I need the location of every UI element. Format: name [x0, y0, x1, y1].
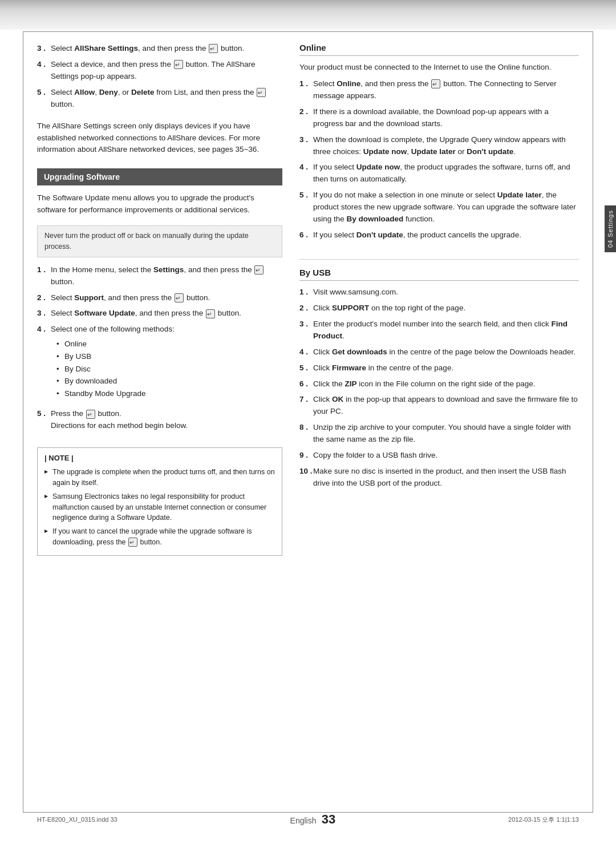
byusb-section-heading: By USB [299, 268, 579, 281]
top-decoration [0, 0, 616, 30]
note-item: Samsung Electronics takes no legal respo… [44, 491, 275, 523]
page-border-top [23, 31, 593, 32]
enter-button-icon [206, 309, 215, 318]
settings-side-tab: 04 Settings [605, 205, 616, 252]
list-item: 3 . Select Software Update, and then pre… [37, 308, 282, 320]
list-item: 1 . Visit www.samsung.com. [299, 286, 579, 298]
online-intro: Your product must be connected to the In… [299, 62, 579, 74]
enter-button-icon [128, 538, 137, 547]
list-item: 5 . Press the button. Directions for eac… [37, 408, 282, 432]
warning-box: Never turn the product off or back on ma… [37, 225, 282, 257]
page-number-area: English 33 [290, 812, 336, 827]
enter-button-icon [209, 44, 218, 53]
page-border-left [23, 31, 23, 813]
note-item: The upgrade is complete when the product… [44, 467, 275, 488]
list-item: 4 . Click Get downloads in the centre of… [299, 346, 579, 358]
list-item: 2 . If there is a download available, th… [299, 106, 579, 130]
page-footer: HT-E8200_XU_0315.indd 33 English 33 2012… [37, 812, 579, 827]
list-item: 1 . In the Home menu, select the Setting… [37, 264, 282, 288]
page-border-right [593, 31, 593, 813]
list-item: 8 . Unzip the zip archive to your comput… [299, 422, 579, 446]
list-item: 7 . Click OK in the pop-up that appears … [299, 394, 579, 418]
enter-button-icon [86, 410, 95, 419]
method-standby: Standby Mode Upgrade [56, 387, 282, 400]
list-item: 2 . Click SUPPORT on the top right of th… [299, 302, 579, 314]
right-column: Online Your product must be connected to… [299, 43, 579, 801]
section-divider [299, 259, 579, 260]
note-list: The upgrade is complete when the product… [44, 467, 275, 547]
method-disc: By Disc [56, 363, 282, 375]
note-title: | NOTE | [44, 453, 275, 464]
enter-button-icon [174, 60, 183, 69]
list-item: 2 . Select Support, and then press the b… [37, 292, 282, 304]
enter-button-icon [175, 293, 184, 302]
enter-button-icon [431, 79, 440, 88]
list-item: 4 . Select a device, and then press the … [37, 59, 282, 83]
english-label: English [290, 816, 317, 825]
list-item: 3 . Select AllShare Settings, and then p… [37, 43, 282, 55]
note-item: If you want to cancel the upgrade while … [44, 526, 275, 548]
method-usb: By USB [56, 350, 282, 363]
enter-button-icon [254, 265, 264, 274]
method-downloaded: By downloaded [56, 375, 282, 387]
list-item: 1 . Select Online, and then press the bu… [299, 78, 579, 102]
method-online: Online [56, 338, 282, 350]
list-item: 6 . If you select Don't update, the prod… [299, 229, 579, 241]
list-item: 5 . If you do not make a selection in on… [299, 189, 579, 225]
upgrading-software-header: Upgrading Software [37, 168, 282, 185]
allshare-note: The AllShare Settings screen only displa… [37, 120, 282, 156]
footer-left-text: HT-E8200_XU_0315.indd 33 [37, 816, 117, 823]
online-section-heading: Online [299, 43, 579, 56]
list-item: 4 . If you select Update now, the produc… [299, 161, 579, 185]
upgrade-steps-list: 1 . In the Home menu, select the Setting… [37, 264, 282, 436]
methods-list: Online By USB By Disc By downloaded Stan… [56, 338, 282, 399]
page-number: 33 [322, 812, 335, 826]
footer-right-text: 2012-03-15 오후 1:1|1:13 [508, 815, 579, 824]
settings-side-tab-label: 04 Settings [607, 210, 614, 248]
list-item: 9 . Copy the folder to a USB flash drive… [299, 450, 579, 462]
list-item: 3 . When the download is complete, the U… [299, 134, 579, 158]
list-item: 6 . Click the ZIP icon in the File colum… [299, 378, 579, 390]
byusb-steps-list: 1 . Visit www.samsung.com. 2 . Click SUP… [299, 286, 579, 494]
online-steps-list: 1 . Select Online, and then press the bu… [299, 78, 579, 245]
upgrade-intro: The Software Update menu allows you to u… [37, 192, 282, 216]
page-content: 3 . Select AllShare Settings, and then p… [37, 43, 579, 801]
intro-list: 3 . Select AllShare Settings, and then p… [37, 43, 282, 115]
enter-button-icon [257, 88, 266, 97]
list-item: 3 . Enter the product's model number int… [299, 318, 579, 342]
list-item: 4 . Select one of the following methods:… [37, 324, 282, 404]
list-item: 10 . Make sure no disc is inserted in th… [299, 466, 579, 490]
list-item: 5 . Select Allow, Deny, or Delete from L… [37, 87, 282, 111]
left-column: 3 . Select AllShare Settings, and then p… [37, 43, 282, 801]
note-box: | NOTE | The upgrade is complete when th… [37, 447, 282, 555]
list-item: 5 . Click Firmware in the centre of the … [299, 362, 579, 374]
